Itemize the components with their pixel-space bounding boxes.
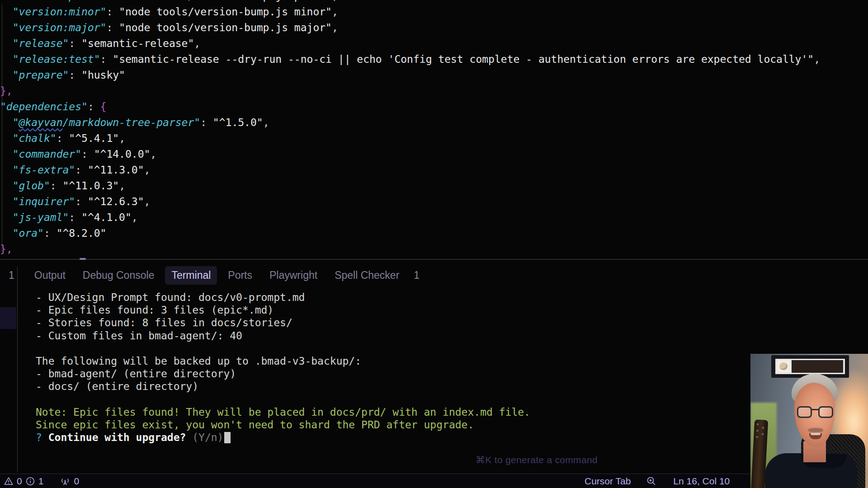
terminal-line xyxy=(36,393,868,406)
terminal-output[interactable]: - UX/Design Prompt found: docs/v0-prompt… xyxy=(0,291,868,454)
spell-checker-count-badge[interactable]: 1 xyxy=(414,269,420,282)
code-line: "ora": "^8.2.0" xyxy=(0,225,868,241)
code-line: "fs-extra": "^11.3.0", xyxy=(0,162,868,178)
tab-debug-console[interactable]: Debug Console xyxy=(83,269,155,282)
info-count: 1 xyxy=(38,476,44,487)
terminal-line xyxy=(36,342,868,355)
tab-spell-checker[interactable]: Spell Checker xyxy=(335,269,399,282)
code-line: "commander": "^14.0.0", xyxy=(0,146,868,162)
terminal-left-guide xyxy=(17,267,18,472)
tab-output[interactable]: Output xyxy=(34,269,66,282)
warning-icon xyxy=(4,476,14,486)
terminal-line: - Epic files found: 3 files (epic*.md) xyxy=(36,304,868,316)
webcam-person-mustache xyxy=(808,428,823,432)
terminal-line: - Stories found: 8 files in docs/stories… xyxy=(36,316,868,329)
code-line: "version:minor": "node tools/version-bum… xyxy=(0,4,868,20)
code-line: "chalk": "^5.4.1", xyxy=(0,131,868,146)
problems-indicator[interactable]: 0 1 xyxy=(4,476,43,487)
code-line: "dependencies": { xyxy=(0,99,868,115)
broadcast-tower-icon xyxy=(60,476,71,486)
info-icon xyxy=(25,476,35,486)
code-line: "glob": "^11.0.3", xyxy=(0,178,868,194)
code-line: "@kayvan/markdown-tree-parser": "^1.5.0"… xyxy=(0,115,868,131)
zoom-icon[interactable] xyxy=(646,476,657,487)
terminal-line: - Custom files in bmad-agent/: 40 xyxy=(36,329,868,342)
cursor-position-indicator[interactable]: Ln 16, Col 10 xyxy=(673,476,730,487)
tab-terminal[interactable]: Terminal xyxy=(165,266,217,285)
code-lines: "version:patch": "node tools/version-bum… xyxy=(0,0,868,257)
code-line: "release": "semantic-release", xyxy=(0,36,868,52)
code-line: "prepare": "husky" xyxy=(0,67,868,83)
tab-playwright[interactable]: Playwright xyxy=(269,269,317,282)
code-line: }, xyxy=(0,241,868,257)
terminal-note-line: Since epic files exist, you won't need t… xyxy=(36,418,868,431)
code-line: "js-yaml": "^4.1.0", xyxy=(0,210,868,225)
cursor-tab-toggle[interactable]: Cursor Tab xyxy=(585,476,631,487)
code-line: "inquirer": "^12.6.3", xyxy=(0,194,868,210)
tab-ports[interactable]: Ports xyxy=(228,269,252,282)
terminal-prompt-line[interactable]: ? Continue with upgrade? (Y/n) xyxy=(36,431,868,444)
sash-handle-icon xyxy=(80,258,86,260)
generate-command-hint: ⌘K to generate a command xyxy=(476,455,598,465)
editor-window: "version:patch": "node tools/version-bum… xyxy=(0,0,868,488)
terminal-line: - docs/ (entire directory) xyxy=(36,380,868,393)
panel-sash[interactable] xyxy=(0,259,868,260)
code-line: "version:patch": "node tools/version-bum… xyxy=(0,0,868,4)
terminal-line: - bmad-agent/ (entire directory) xyxy=(36,367,868,380)
code-line: }, xyxy=(0,83,868,99)
code-editor[interactable]: "version:patch": "node tools/version-bum… xyxy=(0,0,868,259)
warning-count: 0 xyxy=(17,476,22,487)
webcam-overlay xyxy=(750,354,868,488)
ports-indicator[interactable]: 0 xyxy=(60,476,79,487)
ports-count: 0 xyxy=(74,476,79,487)
status-bar: 0 1 xyxy=(0,474,868,488)
code-line: "release:test": "semantic-release --dry-… xyxy=(0,52,868,67)
terminal-note-line: Note: Epic files found! They will be pla… xyxy=(36,406,868,418)
terminal-line: The following will be backed up to .bmad… xyxy=(36,355,868,367)
webcam-dog-photo xyxy=(777,360,790,372)
code-line: "version:major": "node tools/version-bum… xyxy=(0,20,868,36)
terminal-left-highlight xyxy=(0,307,16,329)
problems-count-badge[interactable]: 1 xyxy=(9,269,14,282)
webcam-person-glasses xyxy=(797,406,833,419)
terminal-line: - UX/Design Prompt found: docs/v0-prompt… xyxy=(36,291,868,304)
panel-tabbar: 1 Output Debug Console Terminal Ports Pl… xyxy=(0,261,868,289)
